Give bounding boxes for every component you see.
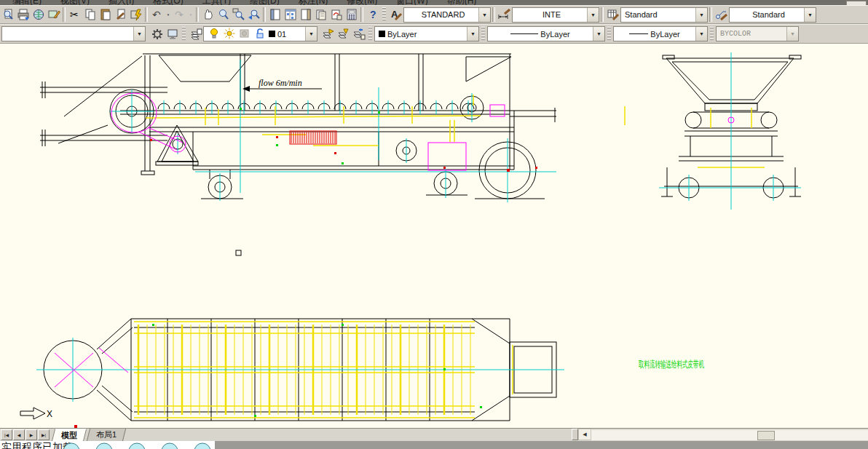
chevron-down-icon[interactable]: ▼ [695,27,707,41]
next-tab-button[interactable]: ▶ [25,429,37,440]
scrollbar-splitter[interactable] [572,429,578,440]
toolbar-grip[interactable] [607,27,611,41]
menu-item[interactable]: 标注(N) [289,0,338,5]
chevron-down-icon[interactable]: ▼ [593,27,604,41]
cut-icon[interactable]: ✂ [67,7,82,23]
paste-icon[interactable] [98,7,113,23]
designcenter-icon[interactable] [283,7,298,23]
green-dots [152,108,482,417]
pan-icon[interactable] [200,7,216,23]
zoom-window-icon[interactable] [231,7,246,23]
svg-text:✂: ✂ [70,9,79,20]
toolbar-grip[interactable] [368,27,372,41]
scroll-left-icon[interactable]: ◀ [578,429,591,440]
first-tab-button[interactable]: |◀ [1,429,12,440]
chevron-down-icon[interactable]: ▼ [478,8,490,22]
chevron-down-icon[interactable]: ▼ [305,27,317,41]
make-object-layer-current-icon[interactable] [320,26,336,41]
scrollbar-track[interactable] [591,429,868,440]
print-preview-icon[interactable] [0,7,15,23]
table-style-value: Standard [621,10,695,19]
menu-item[interactable]: 格式(O) [143,0,192,5]
linetype-value: ByLayer [540,30,569,39]
block-editor-icon[interactable] [128,7,143,23]
help-icon[interactable]: ? [365,7,380,23]
linetype-combo[interactable]: ByLayer ▼ [487,26,605,41]
menu-item[interactable]: 窗口(W) [387,0,437,5]
redo-icon[interactable]: ↷ [172,7,187,23]
color-swatch-icon [379,31,385,37]
dimension-style-icon[interactable] [497,7,512,23]
toolbar-separator [709,7,712,22]
menu-item[interactable]: 工具(T) [193,0,240,5]
toolbar-grip[interactable] [481,27,485,41]
unlock-icon[interactable] [253,27,267,41]
svg-text:↶: ↶ [152,9,161,20]
chevron-down-icon[interactable]: ▼ [587,8,599,22]
properties-palette-icon[interactable] [267,7,283,23]
toolbar-grip[interactable] [382,7,386,22]
chevron-down-icon[interactable]: ▼ [467,27,478,41]
layer-states-icon[interactable] [336,26,351,41]
tab-layout1[interactable]: 布局1 [87,429,126,441]
sun-icon[interactable] [223,27,236,41]
chevron-down-icon[interactable]: ▼ [133,27,145,41]
text-style-combo[interactable]: STANDARD ▼ [403,7,491,23]
menu-item[interactable]: 帮助(H) [438,0,486,5]
layer-properties-manager-icon[interactable] [188,26,203,41]
copy-icon[interactable] [82,7,98,23]
menu-item[interactable]: 插入(I) [99,0,143,5]
window-controls[interactable] [846,1,867,5]
menu-bar: 编辑(E)视图(V)插入(I)格式(O)工具(T)绘图(D)标注(N)修改(M)… [0,0,868,5]
ucs-x-label: X [47,409,52,419]
chevron-down-icon[interactable]: ▼ [804,8,816,22]
toolbar-separator [145,7,148,22]
bulb-on-icon[interactable] [208,27,221,41]
workspace-combo[interactable]: ▼ [1,26,146,41]
image-pencil-icon[interactable] [46,7,61,23]
freeze-viewport-icon[interactable] [238,27,251,41]
layer-color-swatch[interactable] [269,31,275,37]
redo-dropdown-arrow[interactable]: ▼ [187,7,194,23]
layer-previous-icon[interactable] [351,26,366,41]
table-style-combo[interactable]: Standard ▼ [620,7,708,23]
undo-dropdown-arrow[interactable]: ▼ [165,7,172,23]
sheet-set-manager-icon[interactable] [313,7,328,23]
menu-item[interactable]: 绘图(D) [240,0,289,5]
last-tab-button[interactable]: ▶| [38,429,50,440]
color-combo[interactable]: ByLayer ▼ [374,26,479,41]
chevron-down-icon[interactable]: ▼ [695,8,707,22]
drawing-canvas[interactable]: flow 6m/min 取料流转输送给料式皮带机 X [0,44,868,428]
selection-grip[interactable] [236,250,241,255]
dimension-style-combo[interactable]: INTE ▼ [512,7,599,23]
lineweight-combo[interactable]: ByLayer ▼ [613,26,708,41]
tab-model[interactable]: 模型 [52,429,87,442]
table-style-icon[interactable] [605,7,620,23]
autocad-window: 编辑(E)视图(V)插入(I)格式(O)工具(T)绘图(D)标注(N)修改(M)… [0,0,868,449]
menu-item[interactable]: 编辑(E) [3,0,51,5]
zoom-previous-icon[interactable] [246,7,261,23]
plot-icon[interactable] [15,7,31,23]
toolbar-grip[interactable] [710,27,714,41]
layer-combo[interactable]: 01 ▼ [203,26,317,41]
multileader-style-combo[interactable]: Standard ▼ [729,7,816,23]
menu-item[interactable]: 修改(M) [337,0,387,5]
menu-item[interactable]: 视图(V) [51,0,99,5]
markup-set-manager-icon[interactable] [328,7,344,23]
undo-icon[interactable]: ↶ [149,7,165,23]
multileader-style-icon[interactable] [714,7,729,23]
tool-palettes-icon[interactable] [298,7,313,23]
named-views-icon[interactable] [165,26,180,41]
svg-text:▼: ▼ [189,13,192,17]
prev-tab-button[interactable]: ◀ [13,429,25,440]
zoom-realtime-icon[interactable] [216,7,231,23]
toolbar-grip[interactable] [182,27,186,41]
scrollbar-thumb[interactable] [757,431,775,440]
publish-icon[interactable] [31,7,46,23]
quickcalc-icon[interactable] [344,7,359,23]
match-properties-icon[interactable] [113,7,128,23]
horizontal-scrollbar[interactable]: ◀ [572,429,868,440]
drawing-title-label: 取料流转输送给料式皮带机 [638,359,704,370]
text-style-icon[interactable]: A [388,7,403,23]
workspace-settings-icon[interactable] [149,26,165,41]
